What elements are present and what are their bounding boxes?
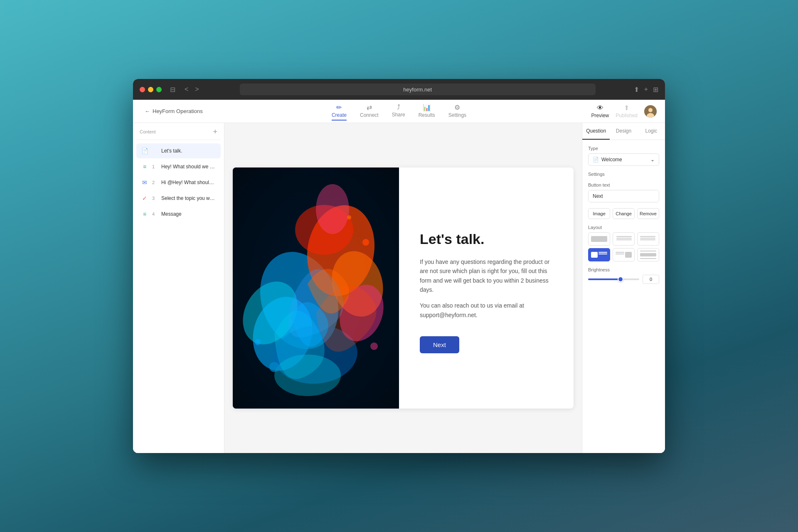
type-section-label: Type <box>588 146 659 151</box>
sidebar-item-q3[interactable]: ✓ 3 Select the topic you want to discuss <box>136 191 221 206</box>
panel-tab-question[interactable]: Question <box>582 123 610 140</box>
add-content-button[interactable]: + <box>213 128 217 135</box>
layout-line-6 <box>640 239 655 240</box>
tab-results-label: Results <box>419 112 435 118</box>
panel-tab-design[interactable]: Design <box>610 123 637 140</box>
change-image-button[interactable]: Change <box>613 208 635 219</box>
new-tab-button[interactable]: + <box>644 86 648 94</box>
form-content-panel: Let's talk. If you have any questions re… <box>399 167 574 409</box>
brightness-slider-thumb[interactable] <box>618 276 623 282</box>
tab-share-label: Share <box>392 112 405 118</box>
layout-line-1 <box>616 236 632 237</box>
layout-option-1[interactable] <box>588 232 610 246</box>
layout-line-4 <box>640 236 655 237</box>
brightness-slider-track[interactable] <box>588 278 639 280</box>
user-avatar[interactable] <box>644 105 657 118</box>
tab-connect[interactable]: ⇄ Connect <box>360 102 379 121</box>
grid-button[interactable]: ⊞ <box>653 86 658 94</box>
type-select-value: 📄 Welcome <box>593 157 622 163</box>
preview-button[interactable]: 👁 Preview <box>591 104 609 118</box>
sidebar-item-icon-q2: ✉ <box>140 178 149 187</box>
svg-point-16 <box>269 362 279 372</box>
brightness-value-input[interactable] <box>643 275 659 284</box>
type-select-icon: 📄 <box>593 157 599 163</box>
settings-icon: ⚙ <box>454 103 460 111</box>
form-description-1: If you have any questions regarding the … <box>420 257 553 295</box>
svg-point-14 <box>362 239 369 246</box>
type-select-chevron-icon: ⌄ <box>650 157 655 163</box>
url-text: heyform.net <box>403 86 432 93</box>
create-icon: ✏ <box>336 103 342 111</box>
layout-grid <box>588 232 659 261</box>
tab-connect-label: Connect <box>360 112 379 118</box>
back-to-forms-button[interactable]: ← HeyForm Operations <box>141 106 206 116</box>
main-nav-tabs: ✏ Create ⇄ Connect ⤴ Share 📊 Results ⚙ S… <box>332 102 466 121</box>
back-label: HeyForm Operations <box>153 108 203 114</box>
button-text-input[interactable] <box>589 190 659 202</box>
sidebar-item-text-welcome: Let's talk. <box>161 148 182 154</box>
panel-tab-logic[interactable]: Logic <box>638 123 665 140</box>
header-right: 👁 Preview ⬆ Published <box>591 104 657 118</box>
panel-tab-logic-label: Logic <box>645 128 657 134</box>
layout-line-5 <box>640 238 655 239</box>
layout-half-preview <box>616 236 632 242</box>
layout-option-3[interactable] <box>637 232 659 246</box>
sidebar-item-icon-q3: ✓ <box>140 194 149 202</box>
layout-option-2[interactable] <box>613 232 635 246</box>
back-button[interactable]: < <box>182 85 191 94</box>
layout-block-5 <box>625 252 632 258</box>
right-panel: Question Design Logic Type 📄 Welcome <box>582 123 665 453</box>
sidebar-item-q2[interactable]: ✉ 2 Hi @Hey! What should we call you?. E… <box>136 175 221 190</box>
published-button[interactable]: ⬆ Published <box>616 104 638 118</box>
sidebar-item-text-q3: Select the topic you want to discuss <box>161 195 217 201</box>
layout-half-selected <box>591 252 607 258</box>
address-bar[interactable]: heyform.net <box>240 84 596 95</box>
share-button[interactable]: ⬆ <box>634 86 639 94</box>
form-next-button[interactable]: Next <box>420 336 459 353</box>
remove-image-button[interactable]: Remove <box>637 208 659 219</box>
tab-create[interactable]: ✏ Create <box>332 102 347 121</box>
tab-settings-label: Settings <box>448 112 466 118</box>
back-arrow-icon: ← <box>145 108 150 114</box>
publish-icon: ⬆ <box>624 104 629 112</box>
sidebar-item-icon-q1: ≡ <box>140 163 149 171</box>
layout-sel-line-2 <box>598 254 607 254</box>
layout-option-4-selected[interactable] <box>588 248 610 261</box>
sidebar-toggle-button[interactable]: ⊟ <box>170 86 175 94</box>
app-header: ← HeyForm Operations ✏ Create ⇄ Connect … <box>133 100 665 123</box>
layout-lines-5-left <box>616 252 624 258</box>
sidebar-item-welcome[interactable]: 📄 Let's talk. <box>136 143 221 158</box>
image-button[interactable]: Image <box>588 208 610 219</box>
svg-point-15 <box>347 215 351 219</box>
layout-sel-lines <box>598 252 607 258</box>
maximize-traffic-light[interactable] <box>156 87 162 92</box>
tab-results[interactable]: 📊 Results <box>419 102 435 121</box>
sidebar-item-num-q1: 1 <box>152 164 158 169</box>
tab-settings[interactable]: ⚙ Settings <box>448 102 466 121</box>
chevron-right-icon: > <box>195 86 199 93</box>
panel-tab-question-label: Question <box>586 128 606 134</box>
button-text-input-row: 4/24 <box>588 190 659 202</box>
sidebar-item-num-q2: 2 <box>152 180 158 185</box>
sidebar-item-text-q2: Hi @Hey! What should we call you?. Enter… <box>161 180 217 185</box>
sidebar-item-icon-q4: ≡ <box>140 210 149 218</box>
traffic-lights <box>140 87 162 92</box>
type-select-text: Welcome <box>601 157 622 163</box>
settings-section-label: Settings <box>588 172 659 177</box>
panel-tabs: Question Design Logic <box>582 123 665 140</box>
layout-option-6[interactable] <box>637 248 659 261</box>
tab-create-label: Create <box>332 112 347 118</box>
sidebar-item-q1[interactable]: ≡ 1 Hey! What should we call you? <box>136 159 221 174</box>
sidebar-item-text-q1: Hey! What should we call you? <box>161 164 217 170</box>
chevron-left-icon: < <box>185 86 188 93</box>
forward-button[interactable]: > <box>192 85 201 94</box>
panel-tab-design-label: Design <box>616 128 631 134</box>
tab-share[interactable]: ⤴ Share <box>392 102 405 121</box>
close-traffic-light[interactable] <box>140 87 145 92</box>
layout-thick-bar <box>640 253 656 256</box>
layout-option-5[interactable] <box>613 248 635 261</box>
minimize-traffic-light[interactable] <box>148 87 153 92</box>
sidebar-item-q4[interactable]: ≡ 4 Message <box>136 207 221 222</box>
sidebar-item-text-q4: Message <box>161 211 182 217</box>
type-select-dropdown[interactable]: 📄 Welcome ⌄ <box>588 153 659 166</box>
